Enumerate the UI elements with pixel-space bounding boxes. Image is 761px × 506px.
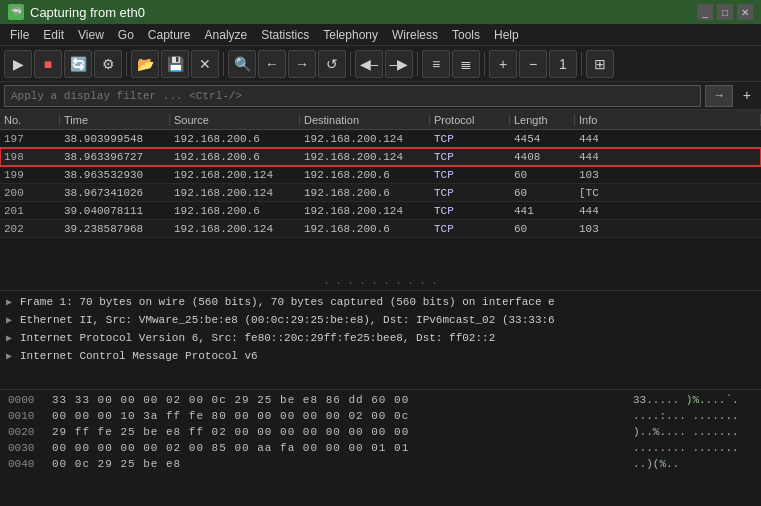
filter-input[interactable] — [4, 85, 701, 107]
title-bar: 🦈 Capturing from eth0 _ □ ✕ — [0, 0, 761, 24]
menu-bar: FileEditViewGoCaptureAnalyzeStatisticsTe… — [0, 24, 761, 46]
menu-item-analyze[interactable]: Analyze — [199, 26, 254, 44]
packet-cell: 60 — [510, 169, 575, 181]
packet-cell: 200 — [0, 187, 60, 199]
filter-apply-button[interactable]: → — [705, 85, 733, 107]
hex-ascii: ....:... ....... — [633, 410, 753, 422]
packet-cell: 192.168.200.124 — [170, 169, 300, 181]
packet-cell: TCP — [430, 187, 510, 199]
detail-text: Frame 1: 70 bytes on wire (560 bits), 70… — [20, 296, 555, 308]
open-button[interactable]: 📂 — [131, 50, 159, 78]
packet-cell: 201 — [0, 205, 60, 217]
detail-row[interactable]: ▶Internet Control Message Protocol v6 — [0, 347, 761, 365]
packet-cell: 38.903999548 — [60, 133, 170, 145]
menu-item-tools[interactable]: Tools — [446, 26, 486, 44]
detail-row[interactable]: ▶Internet Protocol Version 6, Src: fe80:… — [0, 329, 761, 347]
col-header-no[interactable]: No. — [0, 114, 60, 126]
col-header-info[interactable]: Info — [575, 114, 761, 126]
packet-cell: TCP — [430, 151, 510, 163]
autoscroll-button[interactable]: ≣ — [452, 50, 480, 78]
packet-cell: 202 — [0, 223, 60, 235]
close-button[interactable]: ✕ — [737, 4, 753, 20]
packet-row[interactable]: 19938.963532930192.168.200.124192.168.20… — [0, 166, 761, 184]
packet-cell: 60 — [510, 187, 575, 199]
menu-item-telephony[interactable]: Telephony — [317, 26, 384, 44]
hex-ascii: ..)(%.. — [633, 458, 753, 470]
window-controls[interactable]: _ □ ✕ — [697, 4, 753, 20]
expand-icon: ▶ — [6, 314, 16, 326]
packet-cell: TCP — [430, 169, 510, 181]
packet-cell: 192.168.200.124 — [300, 133, 430, 145]
hex-ascii: 33..... )%....`. — [633, 394, 753, 406]
packet-cell: 197 — [0, 133, 60, 145]
packet-cell: 60 — [510, 223, 575, 235]
menu-item-wireless[interactable]: Wireless — [386, 26, 444, 44]
hex-bytes: 29 ff fe 25 be e8 ff 02 00 00 00 00 00 0… — [52, 426, 625, 438]
next-button[interactable]: –▶ — [385, 50, 413, 78]
go-to-button[interactable]: ↺ — [318, 50, 346, 78]
packet-cell: 192.168.200.124 — [300, 151, 430, 163]
packet-cell: 192.168.200.6 — [300, 223, 430, 235]
separator-4 — [417, 52, 418, 76]
packet-cell: [TC — [575, 187, 761, 199]
title-bar-left: 🦈 Capturing from eth0 — [8, 4, 145, 20]
packet-cell: 192.168.200.6 — [170, 205, 300, 217]
col-header-destination[interactable]: Destination — [300, 114, 430, 126]
expand-icon: ▶ — [6, 332, 16, 344]
zoom-out-button[interactable]: − — [519, 50, 547, 78]
menu-item-capture[interactable]: Capture — [142, 26, 197, 44]
col-header-length[interactable]: Length — [510, 114, 575, 126]
find-button[interactable]: 🔍 — [228, 50, 256, 78]
packet-cell: 4408 — [510, 151, 575, 163]
columns-button[interactable]: ⊞ — [586, 50, 614, 78]
menu-item-go[interactable]: Go — [112, 26, 140, 44]
hex-bytes: 00 00 00 10 3a ff fe 80 00 00 00 00 00 0… — [52, 410, 625, 422]
separator-6 — [581, 52, 582, 76]
expand-icon: ▶ — [6, 296, 16, 308]
hex-row: 000033 33 00 00 00 02 00 0c 29 25 be e8 … — [0, 392, 761, 408]
filter-add-button[interactable]: + — [737, 85, 757, 107]
packet-row[interactable]: 20139.040078111192.168.200.6192.168.200.… — [0, 202, 761, 220]
packet-row[interactable]: 19838.963396727192.168.200.6192.168.200.… — [0, 148, 761, 166]
menu-item-view[interactable]: View — [72, 26, 110, 44]
packet-row[interactable]: 19738.903999548192.168.200.6192.168.200.… — [0, 130, 761, 148]
packet-cell: 39.238587968 — [60, 223, 170, 235]
options-button[interactable]: ⚙ — [94, 50, 122, 78]
stop-capture-button[interactable]: ■ — [34, 50, 62, 78]
save-button[interactable]: 💾 — [161, 50, 189, 78]
restart-capture-button[interactable]: 🔄 — [64, 50, 92, 78]
packet-list-header: No.TimeSourceDestinationProtocolLengthIn… — [0, 110, 761, 130]
menu-item-edit[interactable]: Edit — [37, 26, 70, 44]
menu-item-statistics[interactable]: Statistics — [255, 26, 315, 44]
hex-ascii: )..%.... ....... — [633, 426, 753, 438]
filter-bar: → + — [0, 82, 761, 110]
packet-row[interactable]: 20239.238587968192.168.200.124192.168.20… — [0, 220, 761, 238]
col-header-protocol[interactable]: Protocol — [430, 114, 510, 126]
packet-cell: 4454 — [510, 133, 575, 145]
packet-cell: TCP — [430, 223, 510, 235]
packet-cell: 103 — [575, 169, 761, 181]
detail-row[interactable]: ▶Ethernet II, Src: VMware_25:be:e8 (00:0… — [0, 311, 761, 329]
packet-cell: TCP — [430, 133, 510, 145]
separator-2 — [223, 52, 224, 76]
packet-row[interactable]: 20038.967341026192.168.200.124192.168.20… — [0, 184, 761, 202]
zoom-in-button[interactable]: + — [489, 50, 517, 78]
separator-5 — [484, 52, 485, 76]
detail-row[interactable]: ▶Frame 1: 70 bytes on wire (560 bits), 7… — [0, 293, 761, 311]
prev-button[interactable]: ◀– — [355, 50, 383, 78]
menu-item-file[interactable]: File — [4, 26, 35, 44]
close-file-button[interactable]: ✕ — [191, 50, 219, 78]
packet-cell: 103 — [575, 223, 761, 235]
col-header-source[interactable]: Source — [170, 114, 300, 126]
minimize-button[interactable]: _ — [697, 4, 713, 20]
detail-text: Ethernet II, Src: VMware_25:be:e8 (00:0c… — [20, 314, 555, 326]
back-button[interactable]: ← — [258, 50, 286, 78]
zoom-reset-button[interactable]: 1 — [549, 50, 577, 78]
menu-item-help[interactable]: Help — [488, 26, 525, 44]
forward-button[interactable]: → — [288, 50, 316, 78]
col-header-time[interactable]: Time — [60, 114, 170, 126]
colorize-button[interactable]: ≡ — [422, 50, 450, 78]
maximize-button[interactable]: □ — [717, 4, 733, 20]
start-capture-button[interactable]: ▶ — [4, 50, 32, 78]
detail-text: Internet Protocol Version 6, Src: fe80::… — [20, 332, 495, 344]
